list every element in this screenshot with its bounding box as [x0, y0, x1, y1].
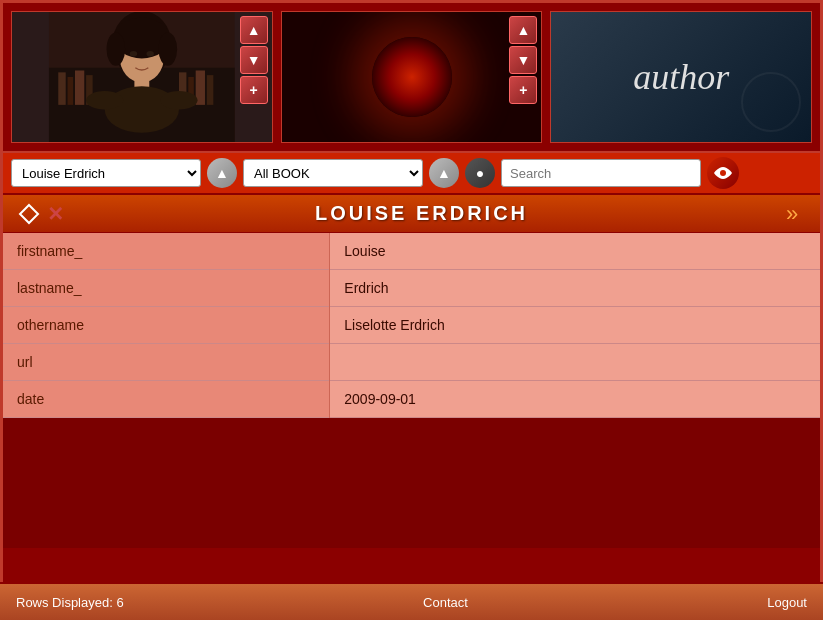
field-label: othername [3, 307, 330, 344]
photo-down-btn[interactable]: ▼ [240, 46, 268, 74]
next-btn[interactable]: » [776, 198, 808, 230]
contact-link[interactable]: Contact [423, 595, 468, 610]
svg-point-17 [86, 91, 123, 110]
svg-rect-2 [58, 72, 65, 104]
glow-circle [372, 37, 452, 117]
table-row: firstname_ Louise [3, 233, 820, 270]
photo-up-btn[interactable]: ▲ [240, 16, 268, 44]
svg-point-21 [720, 170, 726, 176]
glow-up-btn[interactable]: ▲ [509, 16, 537, 44]
table-row: othername Liselotte Erdrich [3, 307, 820, 344]
field-value: Liselotte Erdrich [330, 307, 820, 344]
glow-panel: ▲ ▼ + [281, 11, 543, 143]
glow-down-btn[interactable]: ▼ [509, 46, 537, 74]
author-watermark [741, 72, 801, 132]
field-value [330, 344, 820, 381]
field-value: Louise [330, 233, 820, 270]
top-bar: ▲ ▼ + ▲ ▼ + author [3, 3, 820, 153]
svg-rect-3 [68, 77, 74, 105]
person-photo-svg [12, 12, 272, 142]
author-dropdown[interactable]: Louise Erdrich Other Author [11, 159, 201, 187]
eye-icon [714, 167, 732, 179]
svg-point-14 [159, 32, 178, 65]
data-table: firstname_ Louise lastname_ Erdrich othe… [3, 233, 820, 418]
field-label: firstname_ [3, 233, 330, 270]
field-label: lastname_ [3, 270, 330, 307]
svg-point-19 [130, 51, 137, 57]
search-input[interactable] [501, 159, 701, 187]
logout-link[interactable]: Logout [767, 595, 807, 610]
photo-panel: ▲ ▼ + [11, 11, 273, 143]
eye-btn[interactable] [707, 157, 739, 189]
toolbar: Louise Erdrich Other Author ▲ All BOOK S… [3, 153, 820, 195]
table-row: lastname_ Erdrich [3, 270, 820, 307]
data-table-wrapper: firstname_ Louise lastname_ Erdrich othe… [3, 233, 820, 418]
field-label: url [3, 344, 330, 381]
close-btn[interactable]: ✕ [43, 202, 67, 226]
svg-point-20 [146, 51, 153, 57]
svg-rect-9 [207, 75, 214, 105]
record-title: LOUISE ERDRICH [67, 202, 776, 225]
book-dropdown[interactable]: All BOOK Specific Book [243, 159, 423, 187]
svg-rect-4 [75, 71, 84, 105]
field-value: 2009-09-01 [330, 381, 820, 418]
author-panel: author [550, 11, 812, 143]
svg-point-13 [107, 32, 126, 65]
photo-panel-controls: ▲ ▼ + [236, 12, 272, 108]
table-row: url [3, 344, 820, 381]
svg-point-18 [160, 91, 197, 110]
empty-area [3, 418, 820, 548]
field-label: date [3, 381, 330, 418]
author-search-btn[interactable]: ▲ [207, 158, 237, 188]
record-header: ✕ LOUISE ERDRICH » [3, 195, 820, 233]
rows-displayed: Rows Displayed: 6 [16, 595, 124, 610]
book-search-btn[interactable]: ▲ [429, 158, 459, 188]
tag-icon[interactable] [15, 200, 43, 228]
table-row: date 2009-09-01 [3, 381, 820, 418]
status-bar: Rows Displayed: 6 Contact Logout [0, 582, 823, 620]
photo-add-btn[interactable]: + [240, 76, 268, 104]
main-content: ✕ LOUISE ERDRICH » firstname_ Louise las… [3, 195, 820, 585]
author-label-text: author [633, 56, 729, 98]
field-value: Erdrich [330, 270, 820, 307]
tag-svg [18, 203, 40, 225]
glow-panel-controls: ▲ ▼ + [505, 12, 541, 108]
glow-add-btn[interactable]: + [509, 76, 537, 104]
stop-btn[interactable]: ● [465, 158, 495, 188]
